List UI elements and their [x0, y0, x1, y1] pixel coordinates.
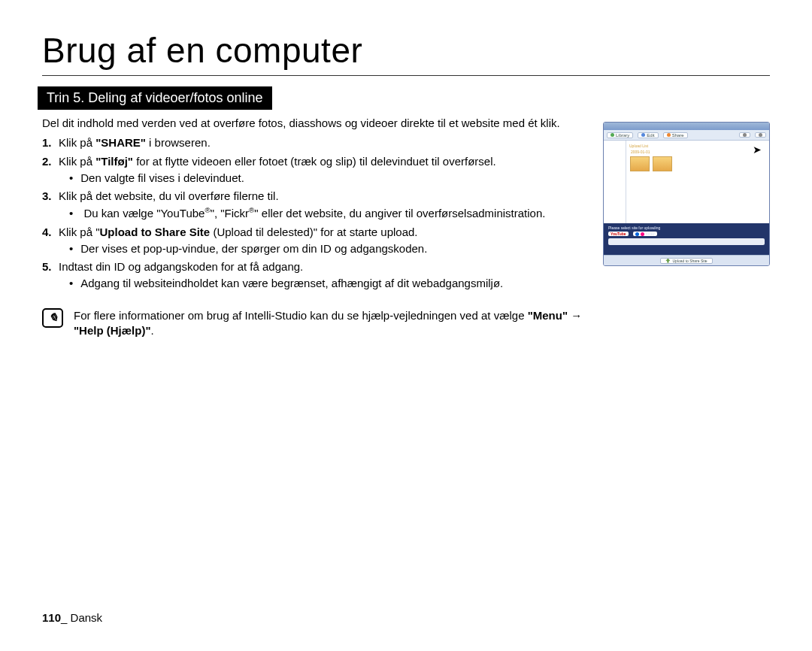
step-text: Indtast din ID og adgangskoden for at få…: [59, 260, 303, 273]
app-titlebar: [604, 123, 769, 130]
step-1: 1. Klik på "SHARE" i browseren.: [42, 135, 589, 150]
sub-item: Den valgte fil vises i delevinduet.: [69, 171, 589, 186]
tab-library: Library: [607, 132, 633, 138]
intro-text: Del dit indhold med verden ved at overfø…: [42, 116, 589, 131]
select-site-label: Please select site for uploading: [608, 226, 765, 230]
date-label: 2009-01-01: [631, 150, 766, 154]
step-2: 2. Klik på "Tilføj" for at flytte videoe…: [42, 154, 589, 186]
step-3: 3. Klik på det website, du vil overføre …: [42, 189, 589, 222]
registered-icon: ®: [205, 206, 210, 214]
app-bottom-bar: Upload to Share Site: [604, 255, 769, 265]
app-main: Upload List 2009-01-01 ➤: [604, 141, 769, 223]
app-screenshot: Library Edit Share Upload List 2009-01-0…: [603, 122, 770, 266]
app-sidebar: [604, 141, 626, 223]
sub-list: Der vises et pop-up-vindue, der spørger …: [69, 241, 589, 256]
section-heading: Trin 5. Deling af videoer/fotos online: [38, 86, 272, 110]
step-text: Klik på "SHARE" i browseren.: [59, 136, 211, 149]
upload-button-label: Upload to Share Site: [672, 259, 707, 263]
page-footer: 110_ Dansk: [42, 611, 102, 624]
sub-item: Du kan vælge "YouTube®", "Fickr®" eller …: [69, 205, 589, 221]
step-text: Klik på det website, du vil overføre fil…: [59, 189, 279, 202]
media-thumb: [630, 156, 650, 171]
tab-edit: Edit: [638, 132, 658, 138]
controls-strip: [608, 238, 765, 245]
sub-list: Den valgte fil vises i delevinduet.: [69, 171, 589, 186]
sub-item: Der vises et pop-up-vindue, der spørger …: [69, 241, 589, 256]
steps-list: 1. Klik på "SHARE" i browseren. 2. Klik …: [42, 135, 589, 291]
upload-button: Upload to Share Site: [660, 258, 712, 264]
note-icon: ✎: [42, 308, 63, 328]
page-number: 110: [42, 611, 61, 624]
upload-icon: [665, 259, 670, 263]
toolbar-button: [755, 132, 766, 138]
content-column: Del dit indhold med verden ved at overfø…: [42, 116, 589, 338]
flickr-chip: flickr: [633, 232, 657, 236]
step-number: 5.: [42, 259, 52, 274]
app-toolbar: Library Edit Share: [604, 130, 769, 141]
page-title: Brug af en computer: [42, 30, 770, 76]
step-5: 5. Indtast din ID og adgangskoden for at…: [42, 259, 589, 292]
step-number: 2.: [42, 154, 52, 169]
body-row: Del dit indhold med verden ved at overfø…: [42, 116, 770, 338]
note-text: For flere informationer om brug af Intel…: [74, 308, 589, 339]
sub-item: Adgang til websiteindholdet kan være beg…: [69, 276, 589, 291]
sub-list: Adgang til websiteindholdet kan være beg…: [69, 276, 589, 291]
manual-page: Brug af en computer Trin 5. Deling af vi…: [0, 0, 812, 651]
footer-language: Dansk: [71, 611, 103, 624]
step-text: Klik på "Tilføj" for at flytte videoen e…: [59, 155, 496, 168]
toolbar-button: [739, 132, 750, 138]
youtube-chip: YouTube: [608, 232, 629, 236]
step-4: 4. Klik på "Upload to Share Site (Upload…: [42, 225, 589, 257]
app-canvas: Upload List 2009-01-01 ➤: [626, 141, 769, 223]
cursor-icon: ➤: [753, 144, 762, 156]
tab-share: Share: [663, 132, 688, 138]
site-chips: YouTube flickr: [608, 232, 765, 236]
note-row: ✎ For flere informationer om brug af Int…: [42, 308, 589, 339]
step-number: 3.: [42, 189, 52, 204]
step-number: 4.: [42, 225, 52, 240]
step-number: 1.: [42, 135, 52, 150]
app-lower-panel: Please select site for uploading YouTube…: [604, 223, 769, 255]
step-text: Klik på "Upload to Share Site (Upload ti…: [59, 226, 418, 238]
sub-list: Du kan vælge "YouTube®", "Fickr®" eller …: [69, 205, 589, 221]
media-thumb: [653, 156, 672, 171]
upload-list-label: Upload List: [629, 144, 766, 148]
